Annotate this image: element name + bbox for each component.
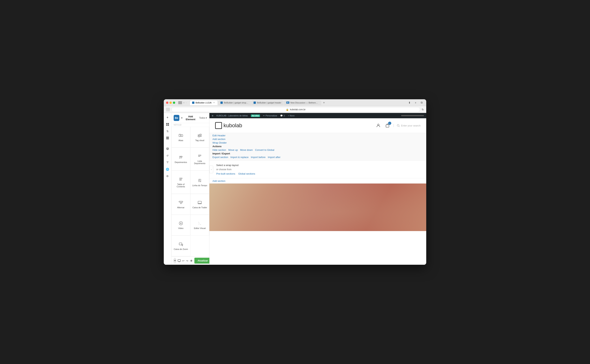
new-window-button[interactable]: + (413, 100, 418, 105)
lock-icon: 🔒 (286, 108, 289, 111)
icon-history[interactable]: ↺ (164, 153, 171, 159)
tab-4[interactable]: Be New Discussion — Betheme Support Foru… (284, 100, 321, 105)
icon-sort[interactable]: ⇅ (164, 128, 171, 134)
icon-filters[interactable] (164, 159, 171, 165)
pre-built-link[interactable]: Pre-built sections (216, 172, 235, 175)
customize-item[interactable]: ✏ Personalizar (263, 115, 277, 117)
svg-rect-51 (386, 125, 389, 127)
icon-settings[interactable]: ⚙ (164, 173, 171, 179)
svg-rect-6 (166, 139, 169, 139)
desktop-view-icon[interactable] (178, 258, 181, 263)
export-section-link[interactable]: Export section (213, 156, 228, 159)
icon-add[interactable]: + (164, 115, 171, 121)
element-trailer[interactable]: Caixa de Trailer (190, 194, 209, 215)
add-section-bottom-link[interactable]: Add section (213, 180, 225, 182)
collapse-arrow[interactable]: ‹ (209, 166, 213, 173)
editor-visual-label: Editor Visual (194, 227, 206, 229)
import-export-label: Import / Export (213, 152, 423, 155)
wrap-layout-title: Select a wrap layout (216, 164, 423, 167)
version-label: V27.5.13 (171, 123, 209, 127)
cart-icon-wrap[interactable]: 2 (384, 123, 390, 129)
move-up-link[interactable]: Move up (228, 149, 238, 151)
element-caixa-zoom[interactable]: Caixa de Zoom (171, 235, 190, 256)
wrap-divider-link[interactable]: Wrap Divider (213, 141, 423, 144)
trailer-label: Caixa de Trailer (193, 206, 207, 209)
tab-2-label: BeBuilder | gadget shop archive (224, 102, 249, 104)
import-export-row: Export section Import & replace Import b… (213, 156, 423, 159)
lista-depoimento-label: Lista Depoimento (192, 160, 208, 164)
element-tag-cloud[interactable]: Tag cloud (190, 127, 209, 148)
url-text: kubolab.com.br (290, 108, 305, 111)
icon-grid[interactable] (164, 121, 171, 127)
minimize-button[interactable] (169, 102, 172, 104)
redo-icon[interactable]: ↪ (186, 258, 188, 263)
import-replace-link[interactable]: Import & replace (230, 156, 248, 159)
element-alternar[interactable]: Alternar (171, 194, 190, 215)
actions-row: Hide section Move up Move down Convert t… (213, 149, 423, 151)
add-section-top-link[interactable]: Add section (213, 138, 423, 141)
share-button[interactable]: ⬆ (407, 100, 412, 105)
filter-dropdown[interactable]: Todos ▾ (199, 117, 207, 119)
move-down-link[interactable]: Move down (240, 149, 253, 151)
new-item[interactable]: + Novo (288, 115, 294, 117)
or-choose-text: or choose from (216, 168, 423, 171)
icon-globe[interactable]: 🌐 (164, 166, 171, 172)
account-icon[interactable] (375, 123, 381, 129)
comments-item[interactable]: 💬 0 (280, 115, 285, 117)
logo-text: kubolab (223, 123, 242, 129)
tab-active[interactable]: BeBuilder | LOJA ✕ (190, 100, 218, 105)
site-name-item[interactable]: KUBOLAB - Laboratório de Idéias (216, 115, 248, 117)
live-badge-item[interactable]: Ao vivo (251, 115, 260, 117)
element-toc[interactable]: Table of Contents (171, 171, 190, 194)
hide-section-link[interactable]: Hide section (213, 149, 226, 151)
sidebar-toggle-icon[interactable] (178, 101, 182, 104)
svg-point-50 (377, 124, 379, 125)
svg-rect-14 (200, 134, 201, 135)
element-abas[interactable]: Abas (171, 127, 190, 148)
element-editor-visual[interactable]: Editor Visual (190, 215, 209, 236)
add-element-button[interactable]: + Add Element (181, 115, 198, 121)
undo-icon[interactable]: ↩ (182, 258, 184, 263)
url-input[interactable]: 🔒 kubolab.com.br (171, 107, 420, 112)
convert-global-link[interactable]: Convert to Global (255, 149, 274, 151)
plus-icon-wp: + (288, 115, 289, 117)
element-video[interactable]: Video (171, 215, 190, 236)
new-tab-button[interactable]: + (322, 100, 326, 105)
nav-forward: › (186, 101, 187, 104)
preview-icon[interactable] (190, 258, 193, 263)
tab-2[interactable]: BeBuilder | gadget shop archive (218, 100, 251, 105)
maximize-button[interactable] (173, 102, 175, 104)
website-area: ⊕ KUBOLAB - Laboratório de Idéias Ao viv… (209, 113, 426, 265)
wp-icon-item[interactable]: ⊕ (212, 115, 214, 117)
wordpress-icon[interactable]: W (174, 258, 176, 263)
site-header: kubolab 2 (209, 118, 426, 133)
split-view-button[interactable]: ⧉ (419, 100, 424, 105)
search-bar[interactable]: Enter your search (394, 124, 421, 127)
caixa-zoom-icon (178, 241, 183, 247)
nav-back[interactable]: ‹ (183, 101, 184, 104)
update-button[interactable]: Atualizar (195, 258, 211, 264)
alternar-label: Alternar (177, 206, 184, 209)
filter-chevron-icon: ▾ (206, 117, 207, 119)
title-bar: ‹ › BeBuilder | LOJA ✕ BeBuilder | gadge… (164, 99, 426, 106)
svg-rect-42 (179, 243, 182, 245)
comments-count: 0 (284, 115, 285, 117)
live-badge: Ao vivo (251, 115, 260, 117)
tab-close-button[interactable]: ✕ (213, 101, 215, 104)
element-timeline[interactable]: Linha do Tempo (190, 171, 209, 194)
edit-header-link[interactable]: Edit Header (213, 134, 423, 137)
import-after-link[interactable]: Import after (268, 156, 280, 159)
global-sections-link[interactable]: Global sections (238, 172, 255, 175)
svg-rect-13 (198, 135, 199, 136)
import-before-link[interactable]: Import before (251, 156, 266, 159)
page-actions: ↻ (422, 108, 424, 111)
element-depoimentos[interactable]: Depoimentos (171, 148, 190, 171)
element-lista-depoimento[interactable]: Lista Depoimento (190, 148, 209, 171)
icon-layout[interactable] (164, 135, 171, 141)
tab-3[interactable]: BeBuilder | gadget header (251, 100, 284, 105)
search-placeholder-text: Enter your search (401, 124, 421, 127)
tab-bar: BeBuilder | LOJA ✕ BeBuilder | gadget sh… (190, 100, 406, 105)
reload-icon[interactable]: ↻ (422, 108, 424, 111)
close-button[interactable] (166, 102, 168, 104)
icon-layers[interactable] (164, 146, 171, 152)
